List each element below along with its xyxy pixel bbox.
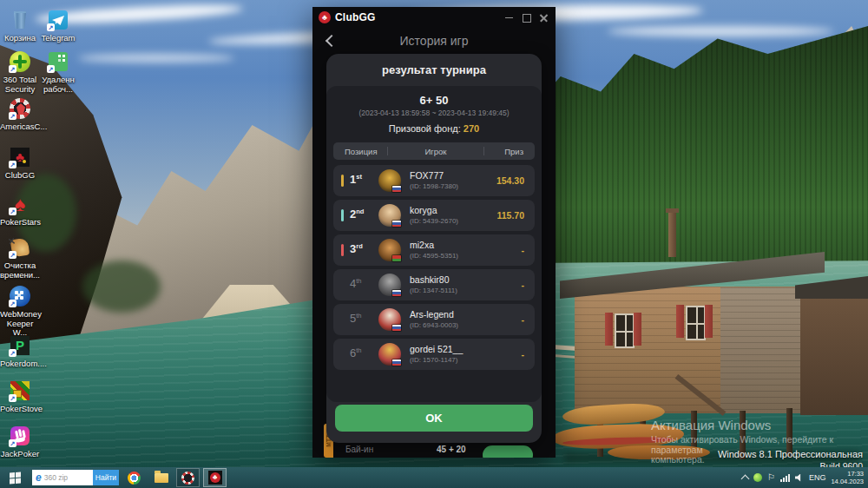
windows-logo-icon [10,472,21,484]
chimney [668,212,676,257]
taskbar-clubgg[interactable]: ♣ [203,468,227,487]
taskbar-explorer[interactable] [149,468,173,487]
flag-ru-icon [392,359,401,366]
player-id: (ID: 6943-0003) [410,321,458,329]
desktop-icon-pokerstove[interactable]: ↗ PokerStove [0,379,40,414]
shortcut-arrow-icon: ↗ [9,161,16,168]
action-center-flag-icon[interactable]: ⚐ [767,473,775,482]
window-shuttered [615,313,635,348]
time: 17:33 [831,470,864,478]
shortcut-arrow-icon: ↗ [9,439,16,447]
taskbar-americas-cardroom[interactable] [176,468,200,487]
prize-value: - [522,349,525,359]
minimize-button[interactable] [503,12,515,23]
table-row: 4th bashkir80 (ID: 1347-5111) - [333,269,535,300]
desktop-icon-jackpoker[interactable]: ↗ JackPoker [0,425,40,459]
network-icon[interactable] [780,473,790,482]
taskbar: e 360 zip Найти ♣ ⚐ ENG 17:33 14.04.2023 [0,467,868,488]
tray-360-icon[interactable] [753,473,762,482]
result-panel: 6+ 50 (2023-04-13 18:59:58 ~ 2023-04-13 … [326,86,542,402]
edge-icon: e [36,472,42,484]
desktop-icon-cleanup[interactable]: ↗ Очистка времени... [0,236,40,280]
desktop-icon-clubgg[interactable]: ♣ ↗ ClubGG [0,146,40,181]
folder-icon [155,473,168,483]
tray-expand-icon[interactable] [741,475,750,484]
event-name: 6+ 50 [326,94,542,107]
search-submit-button[interactable]: Найти [93,470,119,485]
clubgg-window: ♣ ClubGG История игр MTT Бай-ин 45 + 20 … [312,7,556,458]
column-prize: Приз [484,147,535,156]
page-title: История игр [312,28,556,54]
prize-value: 115.70 [496,210,524,221]
buyin-value: 45 + 20 [437,445,466,454]
system-tray: ⚐ ENG 17:33 14.04.2023 [742,470,868,485]
clubgg-icon: ♣ [208,471,222,485]
table-row: 2nd koryga (ID: 5439-2670) 115.70 [333,200,535,231]
table-row: 1st FOX777 (ID: 1598-7380) 154.30 [333,165,535,196]
table-header: Позиция Игрок Приз [333,142,535,160]
shortcut-arrow-icon: ↗ [9,251,16,259]
flag-ru-icon [392,221,401,227]
register-button-partial[interactable] [483,445,533,458]
shortcut-arrow-icon: ↗ [9,394,16,402]
rank-bar [341,175,344,187]
player-name: koryga [410,205,437,215]
language-indicator[interactable]: ENG [809,473,826,482]
player-name: bashkir80 [410,274,450,285]
player-name: FOX777 [410,170,444,181]
table-row: 3rd mi2xa (ID: 4595-5351) - [333,234,535,266]
prize-value: - [522,280,525,290]
rank-bar [341,244,344,256]
desktop-icon-webmoney[interactable]: ↗ WebMoney Keeper W... [0,285,40,338]
shortcut-arrow-icon: ↗ [9,65,16,73]
event-period: (2023-04-13 18:59:58 ~ 2023-04-13 19:49:… [326,109,542,117]
player-name: Ars-legend [410,309,454,320]
clock[interactable]: 17:33 14.04.2023 [831,470,864,485]
player-id: (ID: 1347-5111) [410,287,457,294]
search-input[interactable]: 360 zip [44,473,93,482]
prize-value: - [522,314,525,325]
column-position: Позиция [333,147,387,156]
shortcut-arrow-icon: ↗ [47,65,55,73]
taskbar-chrome[interactable] [122,468,146,487]
back-button[interactable] [324,35,336,47]
recycle-bin-icon [13,10,27,29]
prize-value: - [522,245,525,255]
buyin-label: Бай-ин [345,445,373,454]
flag-ru-icon [392,325,401,331]
taskbar-search[interactable]: e 360 zip Найти [32,470,119,485]
shortcut-arrow-icon: ↗ [9,300,16,307]
maximize-button[interactable] [521,12,532,23]
ok-button[interactable]: OK [335,405,533,432]
player-id: (ID: 1570-1147) [410,356,457,364]
desktop-icon-pokerstars[interactable]: ♠ ↗ PokerStars [0,193,40,228]
volume-icon[interactable] [795,474,804,482]
shortcut-arrow-icon: ↗ [9,112,16,120]
rank-bar [341,209,344,221]
result-rows: 1st FOX777 (ID: 1598-7380) 154.30 2nd ko… [333,165,535,370]
desktop-icon-recycle-bin[interactable]: Корзина [0,9,40,43]
desktop-icon-remote-desktop[interactable]: ↗ Удаленн рабоч... [38,50,78,94]
shortcut-arrow-icon: ↗ [9,349,16,357]
desktop-icon-americas-cardroom[interactable]: ↗ AmericasC... [0,97,40,132]
desktop-icon-360-security[interactable]: ↗ 360 Total Security [0,50,40,94]
tournament-result-dialog: результат турнира 6+ 50 (2023-04-13 18:5… [326,54,542,443]
table-row: 6th gordei 521__ (ID: 1570-1147) - [333,339,535,370]
screen: Активация Windows Чтобы активировать Win… [0,0,868,488]
app-header: История игр [312,28,556,54]
player-id: (ID: 5439-2670) [410,217,458,225]
dialog-title: результат турнира [326,54,542,76]
window-title: ClubGG [335,11,376,23]
desktop-icon-telegram[interactable]: ↗ Telegram [38,9,78,43]
player-name: gordei 521__ [410,344,463,354]
desktop-icon-pokerdom[interactable]: P ↗ Pokerdom.... [0,334,40,369]
column-player: Игрок [388,147,483,156]
activation-title: Активация Windows [651,418,868,432]
prize-value: 154.30 [496,175,524,186]
flag-by-icon [392,255,401,261]
flag-ru-icon [392,186,401,192]
player-id: (ID: 1598-7380) [410,182,458,190]
shortcut-arrow-icon: ↗ [47,23,55,31]
close-button[interactable] [538,12,549,23]
start-button[interactable] [0,467,30,488]
